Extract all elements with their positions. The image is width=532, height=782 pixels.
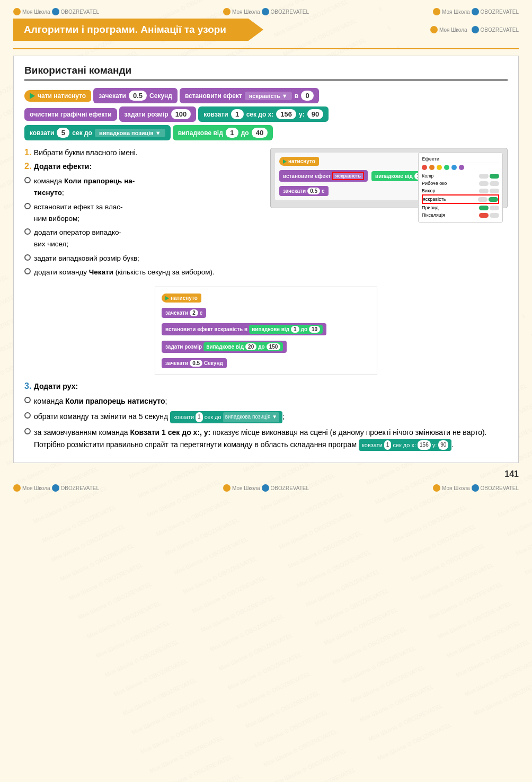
block-event-text: чати натиснуто (38, 92, 86, 100)
blocks-row-3: ковзати 5 сек до випадкова позиція ▼ вип… (24, 125, 508, 140)
header-oboz-item: OBOZREVATEL (472, 26, 519, 33)
step-1-text: Вибрати букви власного імені. (34, 148, 138, 157)
ss-wait-text: зачекати (283, 188, 306, 194)
block-size-label: задати розмір (125, 111, 169, 118)
block-glide-label: ковзати (203, 111, 228, 118)
blocks-row-2: очистити графічні ефекти задати розмір 1… (24, 106, 508, 122)
dot-red (422, 165, 427, 170)
step3-circle-2 (24, 412, 31, 419)
step-2-text: Додати ефекти: (34, 162, 92, 171)
block-wait: зачекати 0.5 Секунд (93, 88, 178, 103)
bottom-logo-1: Моя Школа OBOZREVATEL (13, 484, 99, 492)
bottom-size-from: 20 (245, 343, 256, 350)
header-oboz-icon (472, 26, 479, 33)
bottom-oboz-text1: OBOZREVATEL (61, 485, 99, 491)
chapter-header: Алгоритми і програми. Анімації та узори (13, 19, 263, 41)
full-page: Моя Школа ⊙ OBOZREVATEL Моя Школа OBOZRE… (0, 0, 532, 782)
header-oboz-text: OBOZREVATEL (481, 27, 519, 33)
step3-text-2: обрати команду та змінити на 5 секунд ко… (34, 411, 285, 423)
bottom-rand-from: 1 (291, 326, 299, 333)
toggle-4 (478, 197, 498, 202)
block-clear-effects: очистити графічні ефекти (24, 108, 117, 121)
header-logos: Моя Школа OBOZREVATEL (430, 26, 519, 33)
bottom-oboz-icon3 (472, 484, 479, 492)
step-2-bullets: команда Коли прапорець на-тиснуто; встан… (24, 175, 262, 278)
toggle-dot-1a (479, 174, 489, 179)
block-effect-param: яскравість ▼ (245, 92, 292, 100)
two-col-layout: 1. Вибрати букви власного імені. 2. Дода… (24, 148, 508, 280)
step3-circle-3 (24, 428, 31, 434)
bullet-circle-5 (24, 268, 31, 274)
top-logo-bar: Моя Школа OBOZREVATEL Моя Школа OBOZREVA… (13, 8, 519, 15)
bottom-row1: натиснуто (161, 292, 371, 304)
bottom-wait2-val: 0.5 (190, 360, 202, 367)
step3-inline-i2: 156 (418, 440, 431, 450)
bottom-wait2-unit: Секунд (204, 360, 223, 366)
toggle-6 (479, 213, 499, 218)
bottom-rand-label: випадкове від (252, 326, 289, 332)
effect-name-6: Пікселяція (422, 212, 445, 218)
bullet-item-3: додати оператор випадко-вих чисел; (24, 227, 262, 251)
block-glide-xy: ковзати 1 сек до x: 156 y: 90 (198, 106, 329, 122)
step3-inline-input1: 1 (196, 412, 203, 422)
bottom-event-text: натиснуто (171, 295, 198, 301)
page-number: 141 (13, 469, 519, 479)
bullet-item-1: команда Коли прапорець на-тиснуто; (24, 175, 262, 199)
toggle-1 (479, 174, 499, 179)
effects-panel-title: Ефекти (422, 156, 499, 163)
header-school-icon (430, 26, 438, 33)
chapter-title: Алгоритми і програми. Анімації та узори (24, 24, 226, 35)
bullet-text-3: додати оператор випадко-вих чисел; (34, 227, 121, 251)
top-logo-school-text: Моя Школа (22, 9, 50, 15)
block-effect-val: 0 (301, 91, 314, 101)
step3-inline-block: ковзати 1 сек до випадкова позиція ▼ (170, 411, 282, 423)
toggle-row-6: Пікселяція (422, 211, 499, 219)
oboz-logo-icon (52, 8, 59, 15)
bottom-school-text1: Моя Школа (22, 485, 50, 491)
block-glide-rand-label: ковзати (30, 129, 54, 137)
bottom-wait-text: зачекати (165, 310, 188, 316)
oboz-logo-icon3 (472, 8, 479, 15)
step-3-title-row: 3. Додати рух: (24, 381, 508, 391)
block-set-effect: встановити ефект яскравість ▼ в 0 (180, 88, 319, 103)
toggle-dot-6b (490, 213, 499, 218)
block-size-val: 100 (171, 109, 191, 119)
step-3-number: 3. (24, 381, 34, 390)
school-logo-icon2 (223, 8, 230, 15)
block-glide-random: ковзати 5 сек до випадкова позиція ▼ (24, 125, 171, 140)
bullet-item-4: задати випадковий розмір букв; (24, 253, 262, 264)
toggle-row-1: Колір (422, 172, 499, 180)
bottom-school-icon2 (223, 484, 230, 492)
step3-text-1: команда Коли прапорець натиснуто; (34, 395, 167, 407)
bottom-school-text3: Моя Школа (442, 485, 470, 491)
effect-name-1: Колір (422, 173, 433, 179)
bullet-text-2: встановити ефект за влас-ним вибором; (34, 201, 123, 225)
bottom-setsize: задати розмір випадкове від 20 до 150 (162, 341, 287, 353)
bottom-row4: задати розмір випадкове від 20 до 150 (161, 340, 371, 354)
toggle-dot-3b (490, 189, 499, 193)
bottom-row2: зачекати 2 с (161, 307, 371, 319)
block-glide-rand-sek: сек до (72, 129, 92, 137)
bottom-size-to-lbl: до (258, 344, 264, 350)
toggle-5 (479, 206, 499, 210)
block-set-size: задати розмір 100 (119, 106, 197, 122)
effect-name-5: Привид (422, 205, 439, 210)
bottom-event-block: натиснуто (162, 294, 201, 303)
toggle-dot-3a (479, 189, 489, 193)
toggle-dot-2b (490, 181, 499, 186)
bottom-random-inline: випадкове від 1 до 10 (249, 325, 323, 334)
block-glide-rand-dropdown: випадкова позиція ▼ (95, 129, 165, 137)
step3-circle-1 (24, 397, 31, 403)
block-random-to: 40 (252, 128, 268, 138)
effect-name-4: яскравість (423, 197, 446, 202)
toggle-2 (479, 181, 499, 186)
section-title: Використані команди (24, 65, 508, 81)
step-3-container: 3. Додати рух: команда Коли прапорець на… (24, 381, 508, 451)
top-logo-oboz-text: OBOZREVATEL (61, 9, 99, 15)
step3-inline-block2: ковзати 1 сек до x: 156 y: 90 (359, 439, 451, 451)
step3-text-3: за замовчуванням команда Ковзати 1 сек д… (34, 426, 508, 451)
dot-blue (451, 165, 457, 170)
bullet-text-1: команда Коли прапорець на-тиснуто; (34, 175, 135, 199)
block-wait-label: зачекати (99, 92, 126, 100)
ss-block-event: натиснуто (279, 157, 319, 166)
